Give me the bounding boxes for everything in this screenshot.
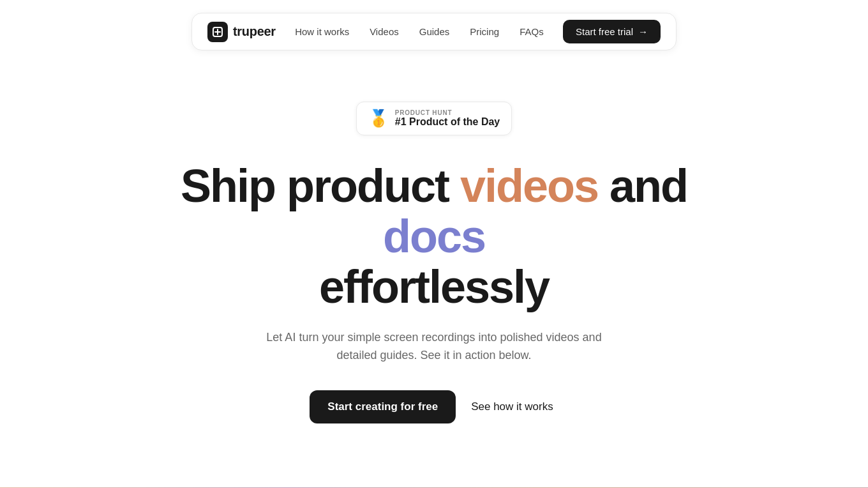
start-creating-button[interactable]: Start creating for free	[310, 390, 456, 423]
see-how-it-works-button[interactable]: See how it works	[466, 390, 558, 423]
headline-part1: Ship product	[181, 160, 460, 211]
navbar: trupeer How it works Videos Guides Prici…	[191, 13, 677, 50]
nav-link-pricing[interactable]: Pricing	[470, 26, 499, 37]
nav-link-guides[interactable]: Guides	[419, 26, 450, 37]
start-free-trial-button[interactable]: Start free trial →	[563, 20, 661, 43]
badge-text: PRODUCT HUNT #1 Product of the Day	[395, 109, 500, 128]
medal-icon: 🥇	[368, 109, 389, 128]
hero-section: 🥇 PRODUCT HUNT #1 Product of the Day Shi…	[0, 63, 868, 487]
logo-icon	[207, 22, 228, 42]
main-headline: Ship product videos and docseffortlessly	[147, 161, 721, 313]
nav-link-how-it-works[interactable]: How it works	[295, 26, 349, 37]
headline-part3: effortlessly	[319, 261, 549, 312]
logo-area: trupeer	[207, 22, 276, 42]
badge-subtitle: PRODUCT HUNT	[395, 109, 453, 116]
headline-docs: docs	[383, 211, 485, 262]
nav-links: How it works Videos Guides Pricing FAQs	[295, 26, 544, 37]
arrow-icon: →	[638, 26, 648, 37]
badge-title: #1 Product of the Day	[395, 116, 500, 128]
logo-text: trupeer	[233, 24, 276, 39]
cta-group: Start creating for free See how it works	[310, 390, 558, 423]
navbar-wrapper: trupeer How it works Videos Guides Prici…	[0, 0, 868, 63]
product-hunt-badge[interactable]: 🥇 PRODUCT HUNT #1 Product of the Day	[356, 102, 512, 135]
headline-videos: videos	[460, 160, 598, 211]
nav-link-videos[interactable]: Videos	[370, 26, 399, 37]
nav-link-faqs[interactable]: FAQs	[520, 26, 544, 37]
headline-part2: and	[598, 160, 687, 211]
cta-button-label: Start free trial	[576, 26, 633, 37]
subheadline: Let AI turn your simple screen recording…	[262, 328, 606, 365]
